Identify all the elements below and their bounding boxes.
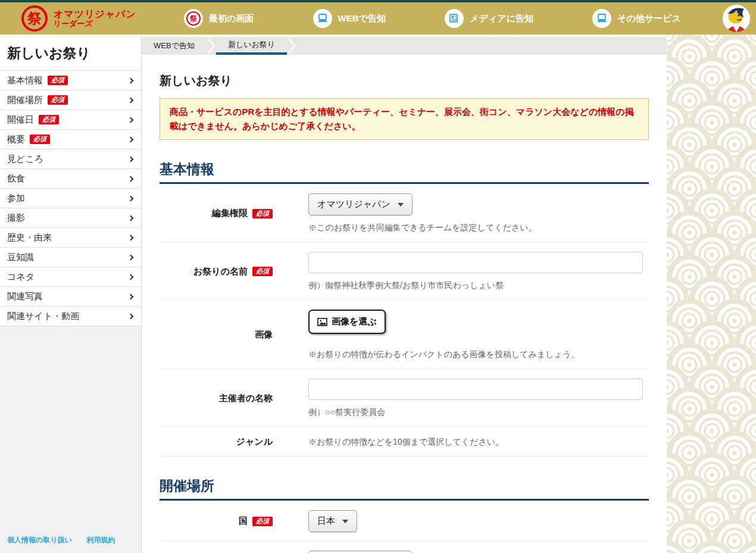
nav-item-label: その他サービス — [617, 13, 681, 24]
nav-item-other-services[interactable]: その他サービス — [592, 9, 681, 28]
section-heading-basic-info: 基本情報 — [160, 160, 649, 184]
sidebar-footer: 個人情報の取り扱い 利用規約 — [0, 529, 141, 553]
sidebar-title: 新しいお祭り — [0, 35, 141, 70]
header-nav: 祭 最初の画面 WEBで告知 — [184, 9, 681, 28]
required-badge: 必須 — [252, 209, 273, 218]
form-row-image: 画像 画像を選ぶ ※お祭りの特徴が伝わるインパクトのある画像を投稿してみましょう… — [160, 300, 649, 369]
brand-subname: リーダーズ — [54, 20, 136, 29]
terms-link[interactable]: 利用規約 — [86, 536, 115, 544]
chevron-down-icon — [398, 203, 404, 207]
breadcrumb-new-festival[interactable]: 新しいお祭り — [216, 37, 287, 55]
page-title: 新しいお祭り — [160, 73, 649, 89]
field-label: ジャンル — [160, 436, 273, 448]
field-hint: ※お祭りの特徴などを10個まで選択してください。 — [308, 437, 643, 448]
sidebar-item-highlights[interactable]: 見どころ — [0, 149, 141, 168]
chevron-right-icon — [128, 274, 134, 280]
sidebar-item-food[interactable]: 飲食 — [0, 168, 141, 188]
chevron-right-icon — [128, 313, 134, 319]
sidebar-filler: 個人情報の取り扱い 利用規約 — [0, 326, 141, 553]
required-badge: 必須 — [252, 267, 273, 276]
required-badge: 必須 — [39, 115, 59, 124]
field-label: 国 必須 — [160, 515, 273, 527]
sidebar-item-photography[interactable]: 撮影 — [0, 208, 141, 227]
required-badge: 必須 — [252, 517, 273, 526]
organizer-name-input[interactable] — [308, 379, 643, 400]
sidebar-item-related-photos[interactable]: 関連写真 — [0, 286, 141, 306]
required-badge: 必須 — [30, 135, 50, 144]
chevron-right-icon — [128, 215, 134, 221]
nav-item-web-announce[interactable]: WEBで告知 — [313, 9, 386, 28]
sidebar-item-trivia[interactable]: 豆知識 — [0, 247, 141, 267]
prefecture-dropdown[interactable]: 選択してください — [308, 551, 412, 553]
field-label: 主催者の名称 — [160, 393, 273, 404]
notice-banner: 商品・サービスのPRを主目的とする情報やパーティー、セミナー、展示会、街コン、マ… — [160, 98, 649, 140]
breadcrumb-separator-icon — [287, 37, 296, 55]
form-row-festival-name: お祭りの名前 必須 例）御祭神社秋季例大祭/お祭り市市民わっしょい祭 — [160, 242, 649, 300]
choose-image-button[interactable]: 画像を選ぶ — [308, 310, 386, 334]
privacy-link[interactable]: 個人情報の取り扱い — [7, 536, 72, 544]
section-heading-venue: 開催場所 — [160, 477, 649, 501]
festival-stamp-icon: 祭 — [184, 9, 203, 28]
required-badge: 必須 — [48, 76, 68, 85]
nav-item-label: 最初の画面 — [209, 13, 254, 24]
form-row-edit-permission: 編集権限 必須 オマツリジャパン ※このお祭りを共同編集できるチームを設定してく… — [160, 184, 649, 242]
chevron-right-icon — [128, 97, 134, 103]
field-hint: 例）御祭神社秋季例大祭/お祭り市市民わっしょい祭 — [308, 280, 643, 291]
breadcrumb-separator-icon — [207, 37, 216, 55]
nav-item-label: メディアに告知 — [470, 13, 533, 24]
nav-item-label: WEBで告知 — [338, 13, 386, 24]
nav-item-media-announce[interactable]: メディアに告知 — [445, 9, 533, 28]
sidebar-item-related-sites[interactable]: 関連サイト・動画 — [0, 306, 141, 326]
brand-name: オマツリジャパン — [54, 9, 136, 20]
field-label: 画像 — [160, 329, 273, 340]
chevron-right-icon — [128, 293, 134, 299]
chevron-right-icon — [128, 195, 134, 201]
form-row-prefecture: 必須 選択してください — [160, 541, 649, 553]
brand-logo[interactable]: 祭 オマツリジャパン リーダーズ — [21, 5, 136, 32]
chevron-down-icon — [342, 520, 348, 523]
laptop-icon — [592, 9, 611, 28]
field-hint: 例）○○祭実行委員会 — [308, 407, 643, 418]
sidebar-item-basic-info[interactable]: 基本情報 必須 — [0, 70, 141, 90]
form-row-genre: ジャンル ※お祭りの特徴などを10個まで選択してください。 — [160, 427, 649, 457]
field-label: 編集権限 必須 — [160, 208, 273, 219]
chevron-right-icon — [128, 254, 134, 260]
chevron-right-icon — [128, 235, 134, 240]
country-dropdown[interactable]: 日本 — [308, 510, 357, 532]
chevron-right-icon — [128, 136, 134, 142]
chevron-right-icon — [128, 117, 134, 123]
image-icon — [317, 318, 327, 326]
sidebar-item-tidbits[interactable]: コネタ — [0, 267, 141, 286]
sidebar-item-participation[interactable]: 参加 — [0, 188, 141, 208]
sidebar-item-date[interactable]: 開催日 必須 — [0, 110, 141, 129]
nav-item-home[interactable]: 祭 最初の画面 — [184, 9, 254, 28]
festival-stamp-icon: 祭 — [21, 5, 48, 32]
field-hint: ※このお祭りを共同編集できるチームを設定してください。 — [308, 223, 643, 233]
seigaiha-background — [667, 35, 756, 553]
breadcrumb: WEBで告知 新しいお祭り — [142, 37, 667, 55]
sidebar-item-history[interactable]: 歴史・由来 — [0, 227, 141, 247]
app-header: 祭 オマツリジャパン リーダーズ 祭 最初の画面 WEBで告知 — [0, 2, 756, 35]
form-row-organizer: 主催者の名称 例）○○祭実行委員会 — [160, 369, 649, 427]
main-area: WEBで告知 新しいお祭り 新しいお祭り 商品・サービスのPRを主目的とする情報… — [142, 35, 667, 553]
chevron-right-icon — [128, 77, 134, 83]
form-row-country: 国 必須 日本 — [160, 501, 649, 541]
sidebar: 新しいお祭り 基本情報 必須 開催場所 必須 開催日 必須 概要 必須 見どころ… — [0, 35, 142, 553]
brand-logo-text: オマツリジャパン リーダーズ — [54, 9, 136, 28]
seigaiha-pattern — [667, 35, 756, 553]
user-avatar[interactable] — [723, 5, 750, 32]
festival-name-input[interactable] — [308, 252, 643, 273]
field-label: お祭りの名前 必須 — [160, 266, 273, 277]
field-hint: ※お祭りの特徴が伝わるインパクトのある画像を投稿してみましょう。 — [308, 349, 643, 360]
sidebar-item-overview[interactable]: 概要 必須 — [0, 129, 141, 149]
laptop-icon — [313, 9, 332, 28]
chevron-right-icon — [128, 176, 134, 182]
logo-mark-glyph: 祭 — [27, 9, 42, 28]
breadcrumb-web-announce[interactable]: WEBで告知 — [142, 37, 207, 55]
chevron-right-icon — [128, 156, 134, 162]
sidebar-item-venue[interactable]: 開催場所 必須 — [0, 90, 141, 110]
news-icon — [445, 9, 464, 28]
edit-permission-dropdown[interactable]: オマツリジャパン — [308, 193, 413, 215]
required-badge: 必須 — [48, 95, 68, 105]
